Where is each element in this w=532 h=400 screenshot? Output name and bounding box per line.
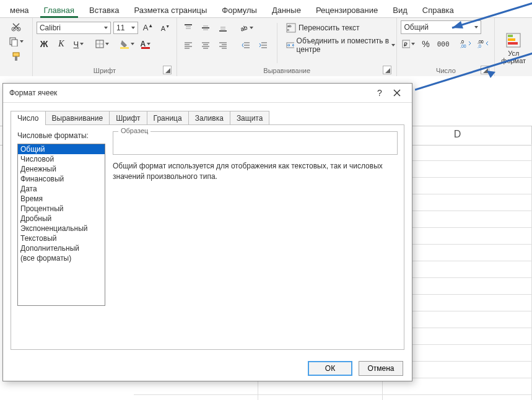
svg-text:,0: ,0 bbox=[460, 40, 464, 44]
increase-font-icon[interactable]: A▲ bbox=[141, 22, 155, 34]
cancel-button[interactable]: Отмена bbox=[359, 361, 403, 376]
dialog-tab-alignment[interactable]: Выравнивание bbox=[45, 111, 110, 125]
list-item[interactable]: Денежный bbox=[18, 164, 105, 174]
font-size-value: 11 bbox=[116, 24, 124, 32]
dialog-tab-number[interactable]: Число bbox=[11, 111, 46, 125]
percent-format-icon[interactable]: % bbox=[419, 38, 434, 50]
group-number: Общий ₽ % 000 ,0,00 ,00,0 Число bbox=[397, 18, 495, 76]
font-size-dropdown[interactable]: 11 bbox=[113, 22, 138, 34]
align-left-icon[interactable] bbox=[181, 39, 196, 51]
list-item[interactable]: Общий bbox=[18, 144, 105, 154]
number-format-value: Общий bbox=[404, 23, 429, 32]
svg-rect-3 bbox=[12, 40, 17, 46]
format-cells-dialog: Формат ячеек ? Число Выравнивание Шрифт … bbox=[2, 83, 412, 381]
bold-button[interactable]: Ж bbox=[37, 38, 51, 50]
dialog-tab-fill[interactable]: Заливка bbox=[188, 111, 230, 125]
tab-page-layout[interactable]: Разметка страницы bbox=[126, 2, 214, 17]
close-icon bbox=[393, 89, 401, 97]
italic-button[interactable]: К bbox=[54, 38, 69, 50]
ok-button[interactable]: ОК bbox=[308, 361, 352, 376]
dialog-titlebar[interactable]: Формат ячеек ? bbox=[3, 84, 412, 103]
fill-color-icon[interactable] bbox=[118, 38, 136, 50]
dialog-tabs: Число Выравнивание Шрифт Граница Заливка… bbox=[11, 110, 412, 124]
ribbon-tabs: мена Главная Вставка Разметка страницы Ф… bbox=[0, 0, 532, 18]
cut-icon[interactable] bbox=[4, 20, 28, 33]
comma-format-icon[interactable]: 000 bbox=[436, 38, 451, 50]
align-top-icon[interactable] bbox=[181, 22, 196, 34]
cond-format-label-1: Усл bbox=[508, 50, 519, 57]
number-group-launcher[interactable] bbox=[481, 66, 489, 74]
merge-center-button[interactable]: Объединить и поместить в центре bbox=[284, 38, 398, 53]
conditional-formatting-icon[interactable] bbox=[505, 32, 521, 48]
number-format-dropdown[interactable]: Общий bbox=[401, 20, 481, 34]
dialog-tab-border[interactable]: Граница bbox=[147, 111, 189, 125]
list-item[interactable]: Дробный bbox=[18, 214, 105, 224]
sample-box: Образец bbox=[113, 131, 398, 155]
sample-label: Образец bbox=[118, 127, 150, 134]
tab-insert[interactable]: Вставка bbox=[82, 2, 126, 17]
dialog-tab-protection[interactable]: Защита bbox=[230, 111, 270, 125]
list-item[interactable]: Текстовый bbox=[18, 233, 105, 243]
dialog-close-button[interactable] bbox=[388, 84, 406, 102]
group-clipboard bbox=[0, 18, 33, 76]
font-group-launcher[interactable] bbox=[163, 66, 172, 74]
list-item[interactable]: Дата bbox=[18, 184, 105, 194]
svg-text:,00: ,00 bbox=[477, 40, 484, 44]
group-number-label: Число bbox=[436, 67, 456, 74]
tab-view[interactable]: Вид bbox=[385, 2, 415, 17]
svg-rect-5 bbox=[15, 56, 17, 61]
svg-text:c: c bbox=[287, 28, 289, 32]
tab-formulas[interactable]: Формулы bbox=[214, 2, 264, 17]
cond-format-label-2: формат bbox=[501, 57, 526, 64]
wrap-text-label: Переносить текст bbox=[299, 24, 360, 32]
increase-decimal-icon[interactable]: ,0,00 bbox=[458, 38, 473, 50]
dialog-help-button[interactable]: ? bbox=[371, 84, 388, 102]
align-middle-icon[interactable] bbox=[198, 22, 213, 34]
svg-rect-4 bbox=[13, 53, 19, 56]
format-painter-icon[interactable] bbox=[4, 50, 28, 63]
list-item[interactable]: Дополнительный bbox=[18, 243, 105, 253]
alignment-group-launcher[interactable] bbox=[383, 66, 391, 74]
increase-indent-icon[interactable] bbox=[256, 39, 271, 51]
list-item[interactable]: (все форматы) bbox=[18, 253, 105, 263]
font-name-dropdown[interactable]: Calibri bbox=[37, 22, 111, 34]
copy-icon[interactable] bbox=[4, 35, 28, 48]
decrease-font-icon[interactable]: A▼ bbox=[158, 22, 173, 34]
decrease-indent-icon[interactable] bbox=[238, 39, 253, 51]
svg-text:,0: ,0 bbox=[477, 44, 481, 48]
orientation-icon[interactable]: ab bbox=[238, 22, 255, 34]
borders-icon[interactable] bbox=[94, 38, 110, 50]
align-center-icon[interactable] bbox=[198, 39, 213, 51]
tab-help[interactable]: Справка bbox=[415, 2, 461, 17]
decrease-decimal-icon[interactable]: ,00,0 bbox=[476, 38, 491, 50]
svg-text:,00: ,00 bbox=[460, 44, 466, 48]
list-item[interactable]: Экспоненциальный bbox=[18, 224, 105, 233]
accounting-format-icon[interactable]: ₽ bbox=[401, 38, 416, 50]
number-formats-label: Числовые форматы: bbox=[17, 131, 105, 140]
wrap-text-button[interactable]: abc Переносить текст bbox=[284, 20, 398, 35]
chevron-down-icon bbox=[104, 27, 108, 29]
align-right-icon[interactable] bbox=[216, 39, 230, 51]
group-styles-partial: Усл формат bbox=[495, 18, 532, 76]
tab-data[interactable]: Данные bbox=[264, 2, 308, 17]
svg-rect-52 bbox=[508, 35, 513, 37]
list-item[interactable]: Время bbox=[18, 194, 105, 204]
chevron-down-icon bbox=[131, 27, 135, 29]
font-name-value: Calibri bbox=[40, 24, 61, 32]
underline-button[interactable]: Ч bbox=[71, 38, 86, 50]
number-formats-listbox[interactable]: Общий Числовой Денежный Финансовый Дата … bbox=[17, 144, 105, 306]
dialog-tab-font[interactable]: Шрифт bbox=[109, 111, 147, 125]
tab-review[interactable]: Рецензирование bbox=[308, 2, 385, 17]
dialog-page: Числовые форматы: Общий Числовой Денежны… bbox=[11, 124, 404, 350]
list-item[interactable]: Финансовый bbox=[18, 174, 105, 184]
list-item[interactable]: Числовой bbox=[18, 154, 105, 164]
align-bottom-icon[interactable] bbox=[216, 22, 230, 34]
svg-text:₽: ₽ bbox=[404, 41, 408, 48]
group-font: Calibri 11 A▲ A▼ Ж К Ч bbox=[33, 18, 177, 76]
format-hint-text: Общий формат используется для отображени… bbox=[113, 161, 398, 182]
merge-center-label: Объединить и поместить в центре bbox=[297, 37, 391, 54]
tab-home[interactable]: Главная bbox=[37, 2, 82, 17]
tab-unknown-left[interactable]: мена bbox=[2, 2, 37, 17]
list-item[interactable]: Процентный bbox=[18, 204, 105, 214]
font-color-icon[interactable]: A bbox=[138, 38, 153, 50]
